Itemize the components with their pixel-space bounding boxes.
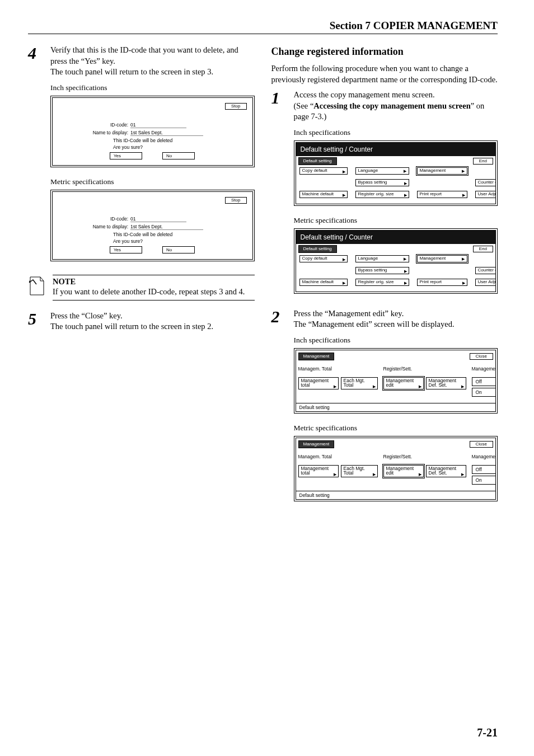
management-total-button[interactable]: Management total▶ [298, 377, 339, 389]
delete-confirm-panel-inch: Stop ID-code: 01 Name to display: 1st Sa… [50, 96, 255, 167]
management-on-option[interactable]: On [472, 388, 496, 397]
user-adjustment-button[interactable]: User Adjustment▶ [475, 279, 496, 286]
id-code-value: 01 [130, 122, 186, 128]
delete-confirm-panel-metric: Stop ID-code: 01 Name to display: 1st Sa… [50, 190, 255, 261]
default-setting-panel-inch: Default setting / Counter Default settin… [294, 140, 498, 206]
tab-management[interactable]: Management [298, 440, 335, 448]
id-code-value: 01 [130, 216, 186, 222]
default-setting-panel-metric: Default setting / Counter Default settin… [294, 228, 498, 294]
note-icon [28, 275, 47, 297]
print-report-button[interactable]: Print report▶ [417, 279, 467, 286]
id-code-label: ID-code: [81, 122, 130, 128]
tab-default-setting[interactable]: Default setting [298, 245, 337, 253]
running-header: Section 7 COPIER MANAGEMENT [28, 20, 498, 34]
end-button[interactable]: End [473, 158, 493, 165]
step-4-text-1: Verify that this is the ID-code that you… [50, 45, 255, 67]
no-button[interactable]: No [162, 246, 195, 253]
register-orig-size-button[interactable]: Register orig. size▶ [355, 191, 409, 198]
panel-footer: Default setting [296, 491, 496, 499]
step-2-text-2: The “Management edit” screen will be dis… [294, 319, 498, 330]
tab-default-setting[interactable]: Default setting [298, 157, 337, 165]
management-def-set-button[interactable]: Management Def. Set.▶ [426, 465, 466, 477]
bypass-setting-button[interactable]: Bypass setting▶ [355, 267, 409, 274]
delete-confirm-form: ID-code: 01 Name to display: 1st Sales D… [58, 216, 247, 253]
confirm-text-2: Are you sure? [113, 238, 247, 244]
note-body: If you want to delete another ID-code, r… [53, 287, 255, 297]
machine-default-button[interactable]: Machine default▶ [299, 279, 348, 286]
machine-default-button[interactable]: Machine default▶ [299, 191, 348, 198]
step-5-text-1: Press the “Close” key. [50, 311, 255, 322]
step-4-text-2: The touch panel will return to the scree… [50, 67, 255, 78]
col-head-management: Management [472, 454, 496, 459]
management-off-option[interactable]: Off [472, 465, 496, 474]
bypass-setting-button[interactable]: Bypass setting▶ [355, 179, 409, 186]
panel-title: Default setting / Counter [296, 143, 496, 156]
col-head-management: Management [472, 366, 496, 372]
management-edit-button[interactable]: Management edit▶ [383, 465, 424, 477]
page-number: 7-21 [477, 726, 498, 739]
counter-check-button[interactable]: Counter check▶ [475, 179, 496, 186]
yes-button[interactable]: Yes [110, 246, 142, 253]
language-button[interactable]: Language▶ [355, 167, 409, 175]
id-code-label: ID-code: [81, 216, 130, 222]
stop-button[interactable]: Stop [225, 103, 246, 110]
name-display-value: 1st Sales Dept. [130, 130, 203, 136]
close-button[interactable]: Close [470, 353, 493, 360]
yes-button[interactable]: Yes [110, 152, 142, 159]
panel-footer: Default setting [296, 403, 496, 411]
name-display-value: 1st Sales Dept. [130, 224, 203, 230]
each-mgt-total-button[interactable]: Each Mgt. Total▶ [341, 377, 378, 389]
col-head-total: Managem. Total [298, 366, 378, 372]
management-total-button[interactable]: Management total▶ [298, 465, 339, 477]
management-panel-inch: Management Close Managem. Total Manageme… [294, 348, 498, 414]
close-button[interactable]: Close [470, 441, 493, 448]
step-1-text-1: Access the copy management menu screen. [294, 90, 498, 101]
step-4-number: 4 [28, 45, 43, 78]
col-head-total: Managem. Total [298, 454, 378, 459]
copy-default-button[interactable]: Copy default▶ [299, 167, 348, 175]
register-orig-size-button[interactable]: Register orig. size▶ [355, 279, 409, 286]
user-adjustment-button[interactable]: User Adjustment▶ [475, 191, 496, 198]
end-button[interactable]: End [473, 246, 493, 252]
spec-label-metric: Metric specifications [294, 216, 498, 225]
note-title: NOTE [53, 277, 255, 287]
name-display-label: Name to display: [81, 224, 130, 229]
tab-management[interactable]: Management [298, 353, 335, 360]
spec-label-metric: Metric specifications [50, 177, 255, 186]
step-5-number: 5 [28, 311, 43, 332]
delete-confirm-form: ID-code: 01 Name to display: 1st Sales D… [58, 122, 247, 159]
col-head-register: Register/Sett. [383, 454, 466, 459]
management-def-set-button[interactable]: Management Def. Set.▶ [426, 377, 466, 389]
language-button[interactable]: Language▶ [355, 255, 409, 262]
management-button[interactable]: Management▶ [417, 255, 467, 262]
step-2-number: 2 [271, 308, 286, 330]
copy-default-button[interactable]: Copy default▶ [299, 255, 348, 262]
step-1-text-2: (See “Accessing the copy management menu… [294, 101, 498, 123]
spec-label-inch: Inch specifications [50, 83, 255, 92]
name-display-label: Name to display: [81, 130, 130, 135]
print-report-button[interactable]: Print report▶ [417, 191, 467, 198]
no-button[interactable]: No [162, 152, 195, 159]
counter-check-button[interactable]: Counter check▶ [475, 267, 496, 274]
each-mgt-total-button[interactable]: Each Mgt. Total▶ [341, 465, 378, 477]
confirm-text-1: This ID-Code will be deleted [113, 138, 247, 143]
management-on-option[interactable]: On [472, 476, 496, 485]
spec-label-metric: Metric specifications [294, 424, 498, 433]
management-panel-metric: Management Close Managem. Total Manageme… [294, 436, 498, 501]
intro-paragraph: Perform the following procedure when you… [271, 63, 498, 85]
step-2-text-1: Press the “Management edit” key. [294, 308, 498, 320]
step-1-number: 1 [271, 90, 286, 123]
confirm-text-1: This ID-Code will be deleted [113, 232, 247, 237]
management-button[interactable]: Management▶ [417, 167, 467, 175]
management-edit-button[interactable]: Management edit▶ [383, 377, 424, 389]
col-head-register: Register/Sett. [383, 366, 466, 372]
step-5-text-2: The touch panel will return to the scree… [50, 321, 255, 332]
spec-label-inch: Inch specifications [294, 336, 498, 345]
spec-label-inch: Inch specifications [294, 128, 498, 137]
section-heading: Change registered information [271, 46, 498, 58]
panel-title: Default setting / Counter [296, 231, 496, 244]
management-off-option[interactable]: Off [472, 377, 496, 386]
stop-button[interactable]: Stop [225, 197, 246, 204]
confirm-text-2: Are you sure? [113, 144, 247, 150]
